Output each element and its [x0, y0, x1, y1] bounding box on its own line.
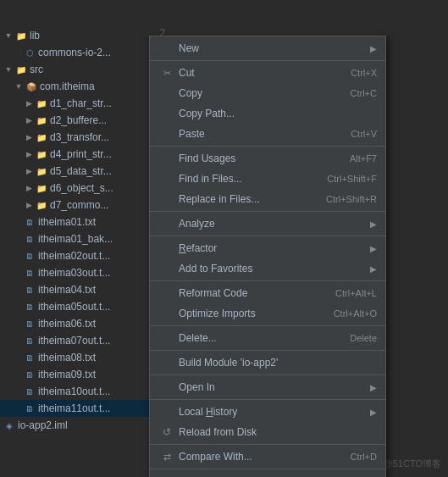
tree-item-itheima03[interactable]: 🗎 itheima03out.t...	[0, 264, 152, 281]
tree-item-itheima05[interactable]: 🗎 itheima05out.t...	[0, 298, 152, 315]
tree-item-src[interactable]: ▼ 📁 src	[0, 61, 152, 78]
txt-icon: 🗎	[24, 284, 36, 296]
tree-item-itheima10[interactable]: 🗎 itheima10out.t...	[0, 383, 152, 400]
menu-label-copy-path: Copy Path...	[179, 108, 377, 119]
expand-arrow: ▶	[24, 98, 34, 108]
folder-icon: 📁	[36, 131, 47, 143]
tree-label: itheima09.txt	[38, 369, 96, 380]
tree-label: d3_transfor...	[50, 131, 109, 143]
menu-item-add-favorites[interactable]: Add to Favorites ▶	[150, 258, 385, 279]
submenu-arrow-favorites: ▶	[370, 264, 377, 274]
expand-arrow: ▶	[24, 166, 34, 176]
menu-label-add-favorites: Add to Favorites	[179, 263, 367, 275]
menu-label-paste: Paste	[179, 128, 334, 140]
tree-item-lib[interactable]: ▼ 📁 lib	[0, 27, 152, 44]
menu-item-find-in-files[interactable]: Find in Files... Ctrl+Shift+F	[150, 169, 385, 189]
tree-label: d6_object_s...	[50, 182, 113, 194]
menu-label-cut: Cut	[179, 67, 334, 79]
menu-item-local-history[interactable]: Local History ▶	[150, 402, 385, 422]
tree-item-itheima06[interactable]: 🗎 itheima06.txt	[0, 315, 152, 332]
tree-item-d4[interactable]: ▶ 📁 d4_print_str...	[0, 146, 152, 163]
menu-label-reformat: Reformat Code	[179, 287, 318, 299]
package-icon: 📦	[25, 80, 37, 92]
tree-item-com-itheima[interactable]: ▼ 📦 com.itheima	[0, 78, 152, 95]
shortcut-replace: Ctrl+Shift+R	[326, 194, 377, 204]
tree-item-itheima01[interactable]: 🗎 itheima01.txt	[0, 214, 152, 230]
tree-item-d1[interactable]: ▶ 📁 d1_char_str...	[0, 95, 152, 112]
jar-icon: ⬡	[24, 47, 36, 58]
tree-label: d1_char_str...	[50, 97, 112, 109]
tree-label: d7_commo...	[50, 199, 108, 211]
menu-item-analyze[interactable]: Analyze ▶	[150, 214, 385, 234]
tree-label: d4_print_str...	[50, 148, 112, 160]
expand-arrow: ▼	[3, 64, 14, 75]
tree-label: itheima06.txt	[38, 318, 96, 330]
menu-label-copy: Copy	[179, 87, 334, 99]
tree-item-itheima04[interactable]: 🗎 itheima04.txt	[0, 281, 152, 298]
tree-item-io-app2-iml[interactable]: ◈ io-app2.iml	[0, 417, 152, 434]
tree-label: io-app2.iml	[18, 419, 68, 431]
menu-label-compare: Compare With...	[179, 451, 334, 463]
menu-item-build-module[interactable]: Build Module 'io-app2'	[150, 352, 385, 373]
menu-item-reformat[interactable]: Reformat Code Ctrl+Alt+L	[150, 283, 385, 303]
tree-label: itheima01_bak...	[38, 233, 113, 245]
txt-icon: 🗎	[24, 352, 36, 363]
submenu-arrow-refactor: ▶	[370, 244, 377, 253]
separator-8	[150, 374, 385, 375]
tree-item-itheima02[interactable]: 🗎 itheima02out.t...	[0, 247, 152, 264]
separator-11	[150, 469, 385, 469]
menu-item-find-usages[interactable]: Find Usages Alt+F7	[150, 148, 385, 169]
menu-item-paste[interactable]: Paste Ctrl+V	[150, 124, 385, 144]
txt-icon: 🗎	[24, 233, 36, 245]
tree-label: src	[30, 64, 43, 75]
menu-label-new: New	[179, 42, 367, 54]
tree-label: itheima01.txt	[38, 216, 96, 228]
tree-item-d5[interactable]: ▶ 📁 d5_data_str...	[0, 163, 152, 180]
menu-item-open-in[interactable]: Open In ▶	[150, 377, 385, 397]
shortcut-find-usages: Alt+F7	[350, 153, 377, 164]
folder-icon: 📁	[15, 30, 27, 42]
menu-item-new[interactable]: New ▶	[150, 38, 385, 58]
menu-item-refactor[interactable]: Refactor ▶	[150, 238, 385, 258]
menu-item-replace-in-files[interactable]: Replace in Files... Ctrl+Shift+R	[150, 189, 385, 209]
menu-label-find-usages: Find Usages	[179, 153, 333, 164]
folder-icon: 📁	[36, 148, 47, 160]
menu-label-reload: Reload from Disk	[179, 426, 377, 438]
menu-item-cut[interactable]: ✂ Cut Ctrl+X	[150, 63, 385, 83]
folder-icon: 📁	[36, 165, 47, 177]
submenu-arrow-new: ▶	[370, 44, 377, 53]
tree-label: itheima11out.t...	[38, 402, 110, 414]
expand-arrow: ▼	[3, 31, 14, 41]
tree-label: itheima04.txt	[38, 284, 96, 296]
tree-item-d2[interactable]: ▶ 📁 d2_buffere...	[0, 112, 152, 129]
tree-label: itheima02out.t...	[38, 250, 110, 262]
separator-1	[150, 60, 385, 61]
menu-item-reload[interactable]: ↺ Reload from Disk	[150, 422, 385, 442]
tree-item-itheima07[interactable]: 🗎 itheima07out.t...	[0, 332, 152, 349]
menu-item-compare-with[interactable]: ⇄ Compare With... Ctrl+D	[150, 446, 385, 467]
tree-item-d7[interactable]: ▶ 📁 d7_commo...	[0, 197, 152, 214]
tree-item-commons[interactable]: ⬡ commons-io-2...	[0, 44, 152, 61]
shortcut-reformat: Ctrl+Alt+L	[335, 288, 377, 298]
tree-label: itheima03out.t...	[38, 267, 110, 279]
tree-label: itheima07out.t...	[38, 335, 110, 347]
tree-item-itheima09[interactable]: 🗎 itheima09.txt	[0, 366, 152, 383]
menu-item-delete[interactable]: Delete... Delete	[150, 328, 385, 348]
tree-item-d3[interactable]: ▶ 📁 d3_transfor...	[0, 129, 152, 146]
expand-arrow: ▶	[24, 115, 34, 125]
tree-item-itheima01bak[interactable]: 🗎 itheima01_bak...	[0, 230, 152, 247]
menu-item-copy[interactable]: Copy Ctrl+C	[150, 83, 385, 103]
tree-item-itheima11[interactable]: 🗎 itheima11out.t...	[0, 400, 152, 417]
tree-item-d6[interactable]: ▶ 📁 d6_object_s...	[0, 180, 152, 197]
txt-icon: 🗎	[24, 335, 36, 347]
menu-label-replace-in-files: Replace in Files...	[179, 193, 309, 205]
menu-item-optimize-imports[interactable]: Optimize Imports Ctrl+Alt+O	[150, 303, 385, 324]
shortcut-compare: Ctrl+D	[351, 452, 377, 462]
expand-arrow: ▶	[24, 149, 34, 159]
txt-icon: 🗎	[24, 318, 36, 330]
menu-item-mark-directory[interactable]: Mark Directory as ▶	[150, 471, 385, 477]
txt-icon: 🗎	[24, 267, 36, 279]
separator-10	[150, 444, 385, 445]
tree-item-itheima08[interactable]: 🗎 itheima08.txt	[0, 349, 152, 366]
menu-item-copy-path[interactable]: Copy Path...	[150, 103, 385, 124]
